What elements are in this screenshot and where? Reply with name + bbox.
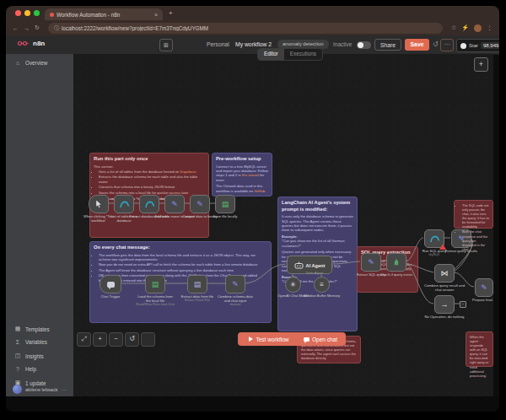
node-manual-trigger[interactable]: When clicking “Test workflow”	[89, 195, 109, 213]
maximize-window-button[interactable]	[34, 10, 40, 16]
pointer-mode-button[interactable]	[141, 332, 155, 347]
tab-editor[interactable]: Editor	[258, 49, 284, 60]
sidebar-item-templates[interactable]: ▦ Templates	[14, 326, 50, 332]
user-more-icon[interactable]: ⋯	[62, 386, 67, 392]
mysql-icon	[144, 199, 155, 209]
extension-icon[interactable]: ⚡	[461, 24, 469, 31]
history-icon[interactable]: ↺	[433, 40, 439, 48]
connector-endpoint[interactable]: −	[460, 301, 466, 308]
save-button[interactable]: Save	[405, 39, 429, 51]
node-convert-binary[interactable]: ✎ Convert data to binary	[190, 195, 210, 213]
minimize-window-button[interactable]	[24, 10, 30, 16]
github-star-widget[interactable]: Star 98,949	[456, 39, 499, 52]
node-label: Load the schema from the local fileRead/…	[135, 294, 175, 307]
sidebar-item-variables[interactable]: Σ Variables	[14, 339, 47, 345]
insights-icon: ◫	[14, 353, 21, 359]
node-label: Check if query exists	[376, 272, 417, 277]
user-menu[interactable]: abilene lebsack ⋯	[13, 385, 67, 394]
node-extract-sql[interactable]: ✎ Extract SQL query	[361, 253, 381, 272]
panel-toggle-button[interactable]: ⊞	[159, 39, 173, 51]
reset-zoom-button[interactable]: ↺	[125, 332, 139, 347]
new-tab-button[interactable]: +	[169, 9, 173, 17]
help-icon: ?	[14, 366, 21, 372]
browser-window: Workflow Automation - n8n × + ← → ↻ ⓘ lo…	[6, 6, 499, 412]
node-add-table-name[interactable]: ✎ Add table name to output	[164, 195, 185, 213]
if-icon: ⋔	[393, 259, 400, 267]
memory-icon: ≡	[320, 282, 324, 288]
templates-icon: ▦	[14, 326, 21, 332]
node-combine-input[interactable]: ✎ Combine schema data and chat inputmanu…	[225, 275, 245, 293]
node-buffer-memory[interactable]: ≡ Window Buffer Memory	[314, 277, 330, 293]
sidebar-item-help[interactable]: ? Help	[14, 366, 36, 372]
node-noop[interactable]: → No Operation, do nothing	[434, 295, 455, 314]
user-avatar	[13, 385, 22, 394]
more-menu-button[interactable]: ⋯	[440, 39, 454, 51]
n8n-logo[interactable]: n8n	[18, 40, 45, 47]
bookmark-star-icon[interactable]: ☆	[451, 24, 456, 31]
browser-menu-icon[interactable]: ⋮	[487, 24, 493, 31]
node-check-query[interactable]: ⋔ Check if query exists	[386, 253, 406, 272]
back-icon[interactable]: ←	[13, 25, 19, 31]
workflow-title[interactable]: My workflow 2	[235, 41, 272, 47]
sticky-bottom-right[interactable]: When the agent responds with an SQL quer…	[466, 331, 493, 367]
reload-icon[interactable]: ↻	[35, 24, 40, 31]
close-window-button[interactable]	[15, 10, 21, 16]
toggle-knob	[358, 42, 363, 48]
fit-view-button[interactable]: ⤢	[77, 332, 91, 347]
node-label: AI AgentTools Agent	[306, 256, 326, 275]
zoom-in-button[interactable]: +	[93, 332, 107, 347]
logo-text: n8n	[33, 40, 45, 47]
view-tabs: Editor Executions	[257, 48, 323, 61]
node-combine-result[interactable]: ⋈ Combine query result and chat answer	[434, 264, 455, 283]
cursor-icon	[95, 201, 102, 208]
site-info-icon[interactable]: ⓘ	[54, 24, 59, 32]
tab-executions[interactable]: Executions	[284, 49, 322, 60]
url-text: localhost:2222/workflow/new?projectId=E7…	[62, 25, 208, 31]
node-list-tables[interactable]: List of tables in a database	[114, 195, 134, 213]
sidebar-item-overview[interactable]: ⌂ Overview	[14, 60, 47, 66]
sticky-top-right[interactable]: The SQL code not only passes the chat, i…	[454, 200, 493, 229]
share-button[interactable]: Share	[374, 39, 401, 51]
node-run-sql[interactable]: Run SQL querymySQL	[424, 229, 444, 248]
browser-toolbar: ← → ↻ ⓘ localhost:2222/workflow/new?proj…	[6, 20, 499, 35]
zoom-out-button[interactable]: −	[109, 332, 123, 347]
tab-favicon	[50, 13, 54, 17]
mysql-icon	[119, 199, 130, 209]
sticky-text: When the agent responds with an SQL quer…	[470, 335, 489, 378]
node-label: Extract data from fileExtract From File	[177, 294, 218, 303]
breadcrumb-project[interactable]: Personal	[207, 41, 229, 47]
play-icon	[249, 337, 253, 342]
node-save-file[interactable]: ▤ Save file locally	[215, 195, 235, 213]
node-extract-file[interactable]: ▤ Extract data from fileExtract From Fil…	[187, 275, 207, 293]
node-label: Prepare final…	[464, 298, 493, 302]
node-prepare-final[interactable]: ✎ Prepare final…	[475, 278, 493, 297]
test-workflow-button[interactable]: Test workflow	[238, 332, 300, 346]
bottom-bar	[6, 396, 499, 412]
browser-tab-strip: Workflow Automation - n8n × +	[6, 6, 499, 20]
user-name: abilene lebsack	[25, 387, 58, 392]
sidebar-item-insights[interactable]: ◫ Insights	[14, 353, 44, 359]
button-label: Test workflow	[256, 337, 288, 342]
variables-icon: Σ	[14, 339, 21, 345]
github-star-label: Star	[469, 43, 478, 48]
node-chat-trigger[interactable]: Chat Trigger	[100, 275, 121, 293]
tab-close-icon[interactable]: ×	[154, 12, 158, 18]
node-ai-agent[interactable]: AI AgentTools Agent	[287, 256, 332, 274]
active-toggle[interactable]	[357, 41, 371, 49]
node-openai-chat-model[interactable]: ✳ OpenAI Chat Model	[285, 277, 301, 293]
github-star-count: 98,949	[481, 42, 499, 49]
arrow-icon: →	[441, 301, 449, 309]
forward-icon[interactable]: →	[24, 25, 30, 31]
node-load-schema[interactable]: ▤ Load the schema from the local fileRea…	[145, 275, 165, 293]
node-label: Window Buffer Memory	[304, 293, 341, 298]
home-icon: ⌂	[14, 60, 21, 66]
browser-profile-avatar[interactable]	[474, 24, 482, 32]
add-node-button[interactable]: +	[474, 57, 488, 72]
address-bar[interactable]: ⓘ localhost:2222/workflow/new?projectId=…	[48, 23, 443, 34]
open-chat-button[interactable]: Open chat	[295, 332, 346, 346]
app-header: n8n ⊞ Personal My workflow 2 anomaly det…	[6, 35, 499, 55]
openai-icon: ✳	[290, 282, 296, 288]
browser-tab[interactable]: Workflow Automation - n8n ×	[45, 8, 163, 20]
node-extract-schema[interactable]: Extract database schema	[139, 195, 159, 213]
node-label: Save file locally	[205, 214, 245, 218]
